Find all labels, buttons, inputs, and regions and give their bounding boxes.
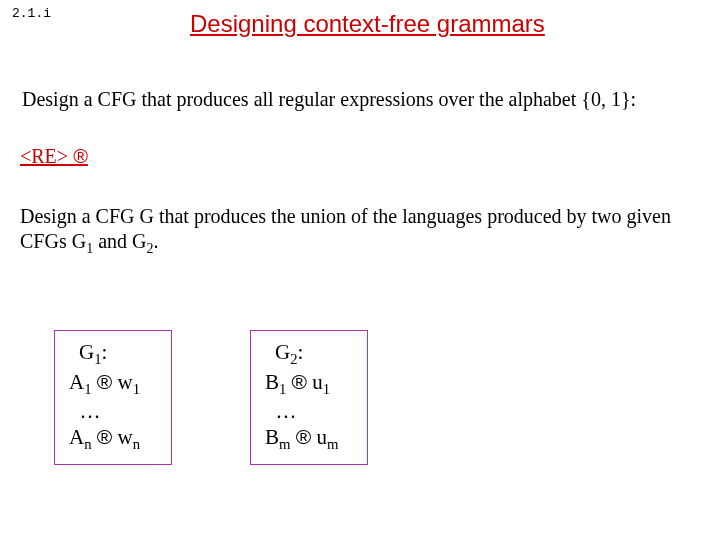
- g1-header: G1:: [69, 339, 155, 369]
- g1-rn-rhs-sub: n: [133, 437, 140, 453]
- arrow-icon: ®: [296, 425, 311, 448]
- g1-rule-n: An ® wn: [69, 424, 155, 454]
- g1-rule-1: A1 ® w1: [69, 369, 155, 399]
- g2-name: G: [275, 340, 290, 364]
- g2-r1-rhs-sub: 1: [323, 381, 330, 397]
- slide-number: 2.1.i: [12, 6, 51, 21]
- g2-name-sub: 2: [290, 351, 297, 367]
- g1-rn-lhs-sub: n: [84, 437, 91, 453]
- arrow-icon: ®: [73, 145, 88, 167]
- g1-r1-lhs: A: [69, 370, 84, 394]
- g2-rn-rhs-sub: m: [327, 437, 338, 453]
- g1-r1-lhs-sub: 1: [84, 381, 91, 397]
- g1-rn-rhs: w: [118, 425, 133, 449]
- g2-dots: …: [265, 398, 351, 424]
- grammar-box-g2: G2: B1 ® u1 … Bm ® um: [250, 330, 368, 465]
- g1-r1-rhs: w: [118, 370, 133, 394]
- g1-name: G: [79, 340, 94, 364]
- g2-rn-lhs: B: [265, 425, 279, 449]
- ellipsis: …: [80, 399, 101, 423]
- re-production: <RE> ®: [20, 145, 88, 168]
- g2-rn-lhs-sub: m: [279, 437, 290, 453]
- arrow-icon: ®: [97, 425, 112, 448]
- g2-rule-1: B1 ® u1: [265, 369, 351, 399]
- page-title: Designing context-free grammars: [190, 10, 545, 38]
- grammar-box-g1: G1: A1 ® w1 … An ® wn: [54, 330, 172, 465]
- g2-rn-rhs: u: [316, 425, 327, 449]
- prompt-2-part-c: .: [153, 230, 158, 252]
- g1-r1-rhs-sub: 1: [133, 381, 140, 397]
- g2-header: G2:: [265, 339, 351, 369]
- prompt-2-part-b: and G: [93, 230, 146, 252]
- grammar-boxes: G1: A1 ® w1 … An ® wn G2: B1 ® u1 … Bm ®…: [54, 330, 368, 465]
- g1-dots: …: [69, 398, 155, 424]
- g1-name-sub: 1: [94, 351, 101, 367]
- arrow-icon: ®: [97, 370, 112, 393]
- prompt-1: Design a CFG that produces all regular e…: [22, 88, 700, 111]
- re-nonterminal: <RE>: [20, 145, 68, 167]
- prompt-2: Design a CFG G that produces the union o…: [20, 204, 680, 258]
- g2-rule-m: Bm ® um: [265, 424, 351, 454]
- g2-r1-lhs-sub: 1: [279, 381, 286, 397]
- arrow-icon: ®: [292, 370, 307, 393]
- ellipsis: …: [276, 399, 297, 423]
- g2-r1-rhs: u: [312, 370, 323, 394]
- g1-rn-lhs: A: [69, 425, 84, 449]
- g2-r1-lhs: B: [265, 370, 279, 394]
